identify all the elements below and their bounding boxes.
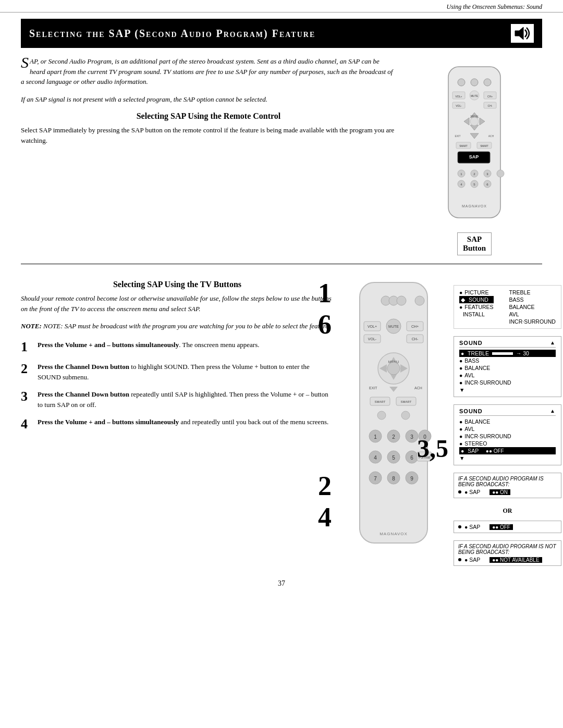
header-label: Using the Onscreen Submenus: Sound xyxy=(446,3,542,10)
menu3: SOUND ▲ ● BALANCE ● AVL ● INCR·SURROUND … xyxy=(454,404,561,465)
svg-text:CH-: CH- xyxy=(412,337,419,341)
svg-point-96 xyxy=(401,411,410,419)
sap-on-label: ● SAP xyxy=(464,489,480,495)
big-number-1: 1 xyxy=(318,280,332,307)
intro-text: AP, or Second Audio Program, is an addit… xyxy=(21,57,393,85)
sap-on-row: ● SAP ●● ON xyxy=(458,489,557,495)
menu3-sap: ● SAP ●● OFF xyxy=(459,447,556,454)
big-number-2: 2 xyxy=(318,473,332,500)
svg-text:ACH: ACH xyxy=(414,386,422,390)
svg-point-36 xyxy=(497,170,504,177)
menu1-avl: AVL xyxy=(509,311,556,318)
svg-text:6: 6 xyxy=(410,455,413,461)
section2-intro2: NOTE: NOTE: SAP must be broadcast with t… xyxy=(21,321,334,331)
big-number-4: 4 xyxy=(318,504,332,531)
sap-off-dot xyxy=(458,525,461,528)
svg-text:SMART: SMART xyxy=(459,145,468,147)
sap-not-avail-row: ● SAP ●● NOT AVAILABLE xyxy=(458,557,557,563)
menu1-treble: TREBLE xyxy=(509,289,556,296)
sap-button-label: SAPButton xyxy=(457,232,492,255)
svg-text:9: 9 xyxy=(410,476,413,482)
svg-point-4 xyxy=(484,79,491,86)
svg-text:7: 7 xyxy=(374,476,377,482)
sap-not-avail-box: IF A SECOND AUDIO PROGRAM IS NOT BEING B… xyxy=(454,540,561,566)
sap-broadcast-label: IF A SECOND AUDIO PROGRAM IS BEING BROAD… xyxy=(458,476,557,487)
menu2-avl: ● AVL xyxy=(459,372,556,379)
speaker-icon xyxy=(511,24,534,43)
svg-text:MAGNAVOX: MAGNAVOX xyxy=(380,532,408,536)
step-1-number: 1 xyxy=(21,340,31,355)
svg-text:VOL-: VOL- xyxy=(456,104,462,107)
menu1-bass: BASS xyxy=(509,296,556,303)
svg-text:8: 8 xyxy=(392,476,395,482)
sap-not-avail-label: IF A SECOND AUDIO PROGRAM IS NOT BEING B… xyxy=(458,544,557,555)
page-title: Selecting the SAP (Second Audio Program)… xyxy=(29,27,315,40)
menu2-balance: ● BALANCE xyxy=(459,364,556,372)
menu1: ● PICTURE ◆ SOUND ● FEATURES INSTALL xyxy=(454,285,561,329)
step-2-number: 2 xyxy=(21,362,31,377)
step-2-text: Press the Channel Down button to highlig… xyxy=(38,362,334,382)
svg-text:EXIT: EXIT xyxy=(455,134,460,138)
step-4: 4 Press the Volume + and – buttons simul… xyxy=(21,417,334,432)
step-1: 1 Press the Volume + and – buttons simul… xyxy=(21,340,334,355)
svg-point-87 xyxy=(387,362,400,375)
step-2: 2 Press the Channel Down button to highl… xyxy=(21,362,334,382)
page-number: 37 xyxy=(21,579,542,588)
sap-not-avail-badge: ●● NOT AVAILABLE xyxy=(489,557,542,563)
page-header: Using the Onscreen Submenus: Sound xyxy=(0,0,563,13)
menu2-bass: ● BASS xyxy=(459,357,556,364)
svg-text:MAGNAVOX: MAGNAVOX xyxy=(462,204,487,208)
steps-container: 1 Press the Volume + and – buttons simul… xyxy=(21,340,334,432)
big-remote-area: 1 6 3,5 2 4 1 2 xyxy=(344,280,448,569)
menu3-incrsurround: ● INCR·SURROUND xyxy=(459,433,556,440)
menu-panels: ● PICTURE ◆ SOUND ● FEATURES INSTALL xyxy=(454,285,561,569)
sap-not-avail-dot xyxy=(458,558,461,561)
remote-container-top: VOL+ MUTE CH+ VOL- CH- MENU xyxy=(422,61,527,255)
menu1-incrsurround: INCR·SURROUND xyxy=(509,318,556,325)
treble-bar xyxy=(492,352,513,355)
or-divider: OR xyxy=(454,507,561,515)
svg-text:SAP: SAP xyxy=(469,154,479,159)
svg-text:5: 5 xyxy=(392,455,395,461)
svg-text:VOL+: VOL+ xyxy=(368,325,377,328)
drop-cap: S xyxy=(21,56,29,69)
menu3-title: SOUND ▲ xyxy=(459,408,556,416)
svg-point-2 xyxy=(458,79,465,86)
top-section: SAP, or Second Audio Program, is an addi… xyxy=(21,56,542,255)
big-number-6: 6 xyxy=(318,311,332,338)
main-content: SAP, or Second Audio Program, is an addi… xyxy=(21,48,542,596)
section2-heading: Selecting SAP Using the TV Buttons xyxy=(21,280,334,289)
menu3-down-arrow: ▼ xyxy=(459,454,556,462)
section1-heading: Selecting SAP Using the Remote Control xyxy=(21,112,396,121)
big-number-35: 3,5 xyxy=(417,436,448,461)
section-divider xyxy=(21,264,542,264)
sap-on-dot xyxy=(458,490,461,493)
menu1-balance: BALANCE xyxy=(509,303,556,311)
svg-point-48 xyxy=(415,296,424,305)
step-4-text: Press the Volume + and – buttons simulta… xyxy=(38,417,328,427)
svg-text:MUTE: MUTE xyxy=(471,94,479,97)
svg-marker-0 xyxy=(515,27,523,40)
remote-svg-large: 1 2 3 0 4 5 6 Format xyxy=(344,280,443,551)
menu2-title: SOUND ▲ xyxy=(459,340,556,348)
svg-text:SMART: SMART xyxy=(375,400,386,403)
intro-paragraph1: SAP, or Second Audio Program, is an addi… xyxy=(21,56,396,87)
svg-text:CH+: CH+ xyxy=(411,325,419,328)
svg-point-20 xyxy=(470,117,479,126)
menu3-stereo: ● STEREO xyxy=(459,440,556,447)
svg-text:2: 2 xyxy=(392,434,395,440)
svg-text:3: 3 xyxy=(410,434,413,440)
section2-intro1: Should your remote control become lost o… xyxy=(21,293,334,314)
svg-text:SMART: SMART xyxy=(480,145,488,147)
bottom-right: 1 6 3,5 2 4 1 2 xyxy=(344,280,542,569)
section1-body: Select SAP immediately by pressing the S… xyxy=(21,125,396,145)
svg-text:1: 1 xyxy=(374,434,377,440)
menu1-install: INSTALL xyxy=(459,311,494,318)
svg-point-95 xyxy=(377,411,386,419)
remote-svg-top: VOL+ MUTE CH+ VOL- CH- MENU xyxy=(422,61,527,228)
svg-text:ACH: ACH xyxy=(488,134,494,138)
sap-off-row: ● SAP ●● OFF xyxy=(458,524,557,530)
menu1-picture: ● PICTURE xyxy=(459,289,494,296)
sap-broadcast-box: IF A SECOND AUDIO PROGRAM IS BEING BROAD… xyxy=(454,473,561,498)
svg-text:CH-: CH- xyxy=(488,104,493,107)
